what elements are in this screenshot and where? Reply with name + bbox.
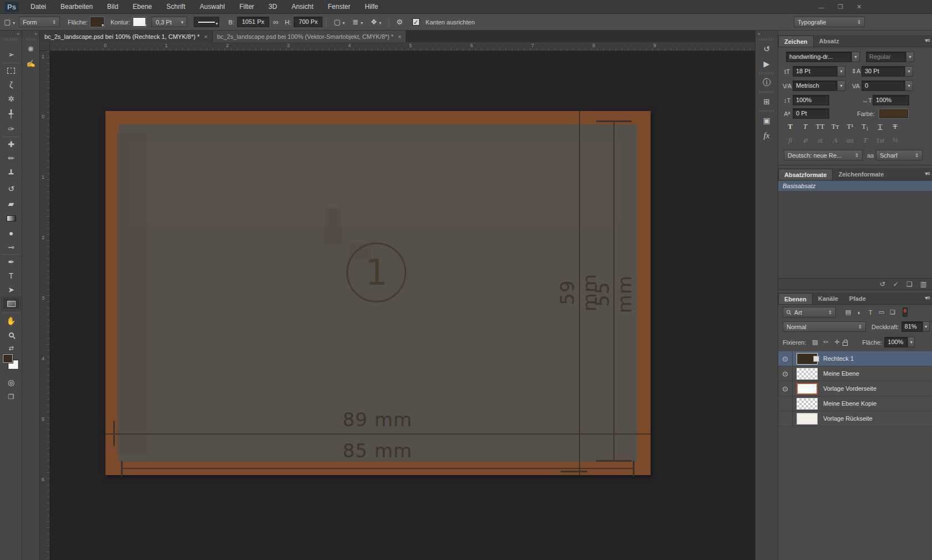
gear-icon[interactable]: ⚙	[392, 18, 407, 26]
kerning-select[interactable]: Metrisch ▾	[793, 80, 837, 91]
chevron-down-icon[interactable]: ▾	[906, 52, 914, 62]
font-style-select[interactable]: Regular ▾	[866, 52, 906, 62]
visibility-eye-empty[interactable]	[778, 411, 793, 426]
dock-expand-icon[interactable]: «	[755, 31, 778, 37]
crop-tool-icon[interactable]: ╃	[2, 107, 21, 120]
small-caps-button[interactable]: Tᴛ	[828, 122, 843, 131]
chevron-down-icon[interactable]: ▾	[852, 52, 860, 62]
eraser-tool-icon[interactable]: ▰	[2, 197, 21, 210]
language-select[interactable]: Deutsch: neue Re...⇕	[784, 150, 863, 160]
shape-width-input[interactable]: 1051 Px	[237, 17, 269, 27]
layer-row-meine-ebene-kopie[interactable]: Meine Ebene Kopie	[778, 396, 932, 411]
tab-absatz[interactable]: Absatz	[814, 36, 845, 47]
menu-auswahl[interactable]: Auswahl	[193, 0, 232, 14]
menu-bild[interactable]: Bild	[100, 0, 125, 14]
dodge-tool-icon[interactable]: ⊸	[2, 240, 21, 254]
dock-collapse-icon[interactable]: »	[0, 31, 22, 37]
faux-bold-button[interactable]: T	[783, 122, 798, 131]
antialias-select[interactable]: Scharf⇕	[876, 150, 923, 160]
vertical-scale-input[interactable]: 100%	[793, 95, 829, 105]
text-color-swatch[interactable]	[879, 109, 908, 118]
swash-button[interactable]: A	[828, 136, 843, 145]
quick-mask-icon[interactable]: ◎	[2, 376, 21, 389]
brush-presets-panel-icon[interactable]: ❋	[24, 43, 38, 55]
contextual-alternates-button[interactable]: ℯ	[798, 136, 813, 145]
visibility-eye-icon[interactable]: ⊙	[778, 351, 793, 366]
menu-ansicht[interactable]: Ansicht	[284, 0, 320, 14]
layer-row-rechteck-1[interactable]: ⊙ Rechteck 1	[778, 351, 932, 366]
foreground-color-swatch[interactable]	[3, 354, 13, 363]
leading-select[interactable]: 30 Pt ▾	[862, 66, 905, 77]
layer-thumbnail[interactable]	[797, 383, 818, 395]
rectangle-tool-icon[interactable]	[2, 297, 21, 310]
move-tool-icon[interactable]: ➢	[2, 48, 21, 61]
tab-ebenen[interactable]: Ebenen	[778, 293, 813, 304]
menu-datei[interactable]: Datei	[23, 0, 53, 14]
vertical-ruler[interactable]: 1 0 1 2 3 4 5 6	[40, 51, 50, 560]
tool-mode-select[interactable]: Form⇕	[19, 17, 60, 27]
tool-preset-icon[interactable]: ▢ ▾	[0, 18, 19, 26]
lock-position-icon[interactable]: ✛	[832, 339, 843, 346]
layer-thumbnail[interactable]	[797, 413, 818, 425]
menu-ebene[interactable]: Ebene	[125, 0, 159, 14]
menu-fenster[interactable]: Fenster	[321, 0, 358, 14]
styles-panel-icon[interactable]: fx	[758, 129, 775, 142]
layer-filter-select[interactable]: ⚲ Art ⇕	[783, 307, 836, 317]
workspace-select[interactable]: Typografie⇕	[794, 17, 865, 27]
stroke-width-select[interactable]: 0,3 Pt▾	[152, 17, 187, 27]
stroke-color-swatch[interactable]: ▾	[133, 17, 146, 27]
layer-row-vorlage-vorderseite[interactable]: ⊙ Vorlage Vorderseite	[778, 381, 932, 396]
eyedropper-tool-icon[interactable]: ✑	[2, 122, 21, 135]
layer-row-meine-ebene[interactable]: ⊙ Meine Ebene	[778, 366, 932, 381]
tab-kanaele[interactable]: Kanäle	[813, 293, 844, 304]
tab-close-icon[interactable]: ×	[398, 33, 401, 40]
lock-transparency-icon[interactable]: ▨	[809, 339, 820, 346]
titling-alternates-button[interactable]: T	[858, 136, 873, 145]
type-tool-icon[interactable]: T	[2, 269, 21, 282]
document-canvas[interactable]: 1 89 mm 85 mm 59 mm 55 mm	[105, 111, 651, 475]
minimize-icon[interactable]: —	[816, 4, 827, 11]
shape-height-input[interactable]: 700 Px	[294, 17, 323, 27]
superscript-button[interactable]: T¹	[843, 122, 858, 131]
swap-colors-icon[interactable]: ⇄	[2, 341, 21, 355]
filter-adjustment-layers-icon[interactable]: ◐	[854, 309, 865, 316]
path-operations-icon[interactable]: ▢ ▾	[330, 18, 349, 26]
menu-3d[interactable]: 3D	[261, 0, 284, 14]
stroke-style-select[interactable]: ▾	[194, 17, 219, 27]
visibility-eye-empty[interactable]	[778, 396, 793, 411]
redefine-style-icon[interactable]: ↺	[880, 280, 885, 288]
clone-source-panel-icon[interactable]: ✍	[24, 57, 38, 69]
document-tab-active[interactable]: bc_2s_landscape.psd bei 100% (Rechteck 1…	[40, 31, 213, 42]
character-styles-panel-icon[interactable]: ⊞	[758, 95, 775, 108]
path-alignment-icon[interactable]: ≣ ▾	[349, 18, 367, 26]
tab-zeichenformate[interactable]: Zeichenformate	[833, 169, 889, 180]
new-style-icon[interactable]: ❏	[906, 280, 913, 288]
gradient-tool-icon[interactable]	[2, 211, 21, 225]
menu-filter[interactable]: Filter	[232, 0, 261, 14]
menu-hilfe[interactable]: Hilfe	[357, 0, 385, 14]
document-tab-inactive[interactable]: bc_2s_landscape.psd bei 100% (Vektor-Sma…	[213, 31, 406, 42]
delete-style-icon[interactable]: ▥	[920, 280, 926, 288]
menu-schrift[interactable]: Schrift	[159, 0, 193, 14]
lasso-tool-icon[interactable]: ζ	[2, 78, 21, 92]
ruler-origin-corner[interactable]	[40, 42, 50, 51]
layer-thumbnail[interactable]	[797, 353, 818, 365]
link-dimensions-icon[interactable]: ∞	[269, 18, 282, 26]
history-panel-icon[interactable]: ↺	[758, 42, 775, 56]
blend-mode-select[interactable]: Normal⇕	[783, 321, 866, 332]
marquee-tool-icon[interactable]	[2, 64, 21, 77]
panel-menu-icon[interactable]: ▾≡	[925, 37, 930, 43]
ligatures-button[interactable]: fi	[783, 136, 798, 145]
layer-row-vorlage-rueckseite[interactable]: Vorlage Rückseite	[778, 411, 932, 426]
tab-pfade[interactable]: Pfade	[844, 293, 871, 304]
filter-pixel-layers-icon[interactable]: ▤	[843, 309, 854, 316]
healing-brush-tool-icon[interactable]: ✚	[2, 138, 21, 151]
actions-panel-icon[interactable]: ▶	[758, 57, 775, 70]
layer-thumbnail[interactable]	[797, 398, 818, 410]
clone-stamp-tool-icon[interactable]: ┻	[2, 167, 21, 180]
faux-italic-button[interactable]: T	[798, 122, 813, 131]
font-size-select[interactable]: 18 Pt ▾	[793, 66, 837, 77]
zoom-tool-icon[interactable]	[2, 328, 21, 341]
pen-tool-icon[interactable]: ✒	[2, 255, 21, 269]
fractions-button[interactable]: ½	[888, 136, 903, 145]
